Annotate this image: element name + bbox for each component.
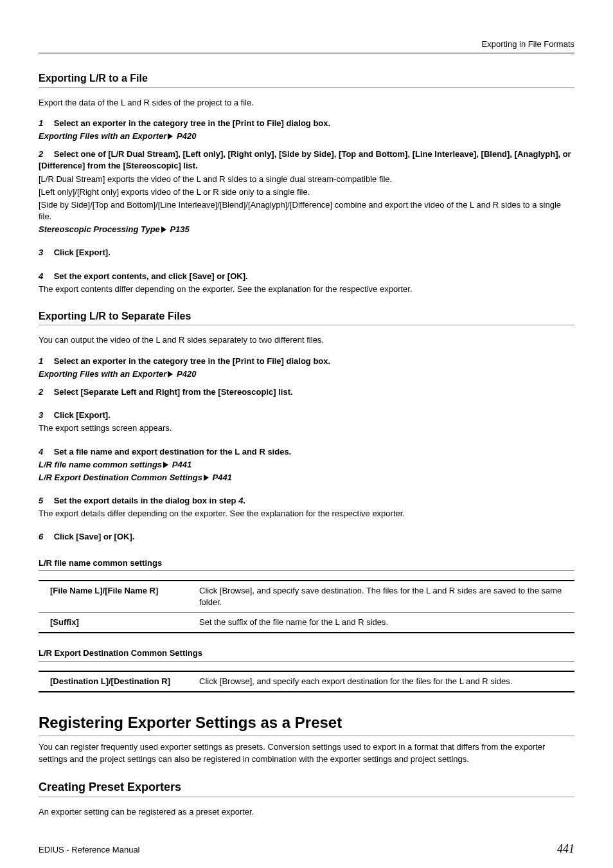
step-number: 4 [39, 271, 51, 282]
arrow-right-icon [168, 133, 173, 140]
page-header-right: Exporting in File Formats [39, 39, 574, 53]
step-2: 2 Select [Separate Left and Right] from … [39, 386, 574, 398]
step-3: 3 Click [Export]. [39, 410, 574, 421]
body-text: The export details differ depending on t… [39, 508, 574, 520]
step-number: 2 [39, 149, 51, 160]
page-number: 441 [557, 841, 574, 857]
step-instruction: Set the export contents, and click [Save… [54, 271, 248, 281]
body-text: The export settings screen appears. [39, 422, 574, 434]
cross-reference[interactable]: Stereoscopic Processing Type P135 [39, 224, 574, 235]
step-number: 1 [39, 118, 51, 129]
arrow-right-icon [168, 371, 173, 377]
xref-label: L/R Export Destination Common Settings [39, 473, 202, 482]
subheading-lr-filename-settings: L/R file name common settings [39, 557, 574, 571]
step-1: 1 Select an exporter in the category tre… [39, 356, 574, 367]
step-number: 2 [39, 386, 51, 398]
step-number: 3 [39, 247, 51, 258]
step-number: 1 [39, 356, 51, 367]
body-text: [Side by Side]/[Top and Bottom]/[Line In… [39, 199, 574, 222]
intro-text: An exporter setting can be registered as… [39, 806, 574, 818]
setting-key: [File Name L]/[File Name R] [39, 581, 193, 613]
table-lr-filename-settings: [File Name L]/[File Name R] Click [Brows… [39, 580, 574, 634]
step-instruction: Set a file name and export destination f… [54, 447, 292, 457]
step-instruction: Click [Export]. [54, 248, 111, 257]
step-4: 4 Set a file name and export destination… [39, 446, 574, 458]
arrow-right-icon [163, 462, 168, 468]
xref-page: P135 [170, 224, 189, 234]
body-text: [L/R Dual Stream] exports the video of t… [39, 174, 574, 185]
step-instruction: Click [Export]. [54, 410, 111, 420]
step-instruction: Select one of [L/R Dual Stream], [Left o… [39, 149, 571, 170]
section-title-creating-preset: Creating Preset Exporters [39, 779, 574, 797]
setting-value: Click [Browse], and specify each export … [193, 671, 574, 692]
cross-reference[interactable]: Exporting Files with an Exporter P420 [39, 368, 574, 380]
cross-reference[interactable]: L/R file name common settings P441 [39, 459, 574, 471]
step-instruction: Select an exporter in the category tree … [54, 118, 331, 128]
xref-label: Stereoscopic Processing Type [39, 224, 160, 234]
table-row: [Suffix] Set the suffix of the file name… [39, 613, 574, 633]
xref-label: L/R file name common settings [39, 460, 162, 469]
cross-reference[interactable]: L/R Export Destination Common Settings P… [39, 472, 574, 484]
page-footer: EDIUS - Reference Manual 441 [39, 841, 574, 857]
table-row: [File Name L]/[File Name R] Click [Brows… [39, 581, 574, 613]
xref-page: P441 [172, 460, 191, 469]
step-instruction: Select an exporter in the category tree … [54, 356, 331, 366]
subheading-lr-export-dest: L/R Export Destination Common Settings [39, 647, 574, 661]
section-title-export-lr-separate: Exporting L/R to Separate Files [39, 309, 574, 325]
setting-key: [Destination L]/[Destination R] [39, 671, 193, 692]
step-3: 3 Click [Export]. [39, 247, 574, 258]
xref-label: Exporting Files with an Exporter [39, 369, 166, 379]
section-title-register-preset: Registering Exporter Settings as a Prese… [39, 712, 574, 737]
body-text: [Left only]/[Right only] exports video o… [39, 186, 574, 198]
xref-page: P420 [177, 131, 196, 141]
xref-page: P420 [177, 369, 196, 379]
step-number: 5 [39, 495, 51, 507]
intro-text: Export the data of the L and R sides of … [39, 97, 574, 109]
table-lr-export-dest: [Destination L]/[Destination R] Click [B… [39, 671, 574, 692]
step-1: 1 Select an exporter in the category tre… [39, 118, 574, 129]
intro-text: You can register frequently used exporte… [39, 741, 574, 764]
step-instruction: Click [Save] or [OK]. [54, 532, 135, 541]
setting-key: [Suffix] [39, 613, 193, 633]
step-instruction: Set the export details in the dialog box… [54, 496, 245, 505]
section-title-export-lr-file: Exporting L/R to a File [39, 71, 574, 87]
setting-value: Set the suffix of the file name for the … [193, 613, 574, 633]
step-5: 5 Set the export details in the dialog b… [39, 495, 574, 507]
arrow-right-icon [204, 475, 209, 481]
step-instruction: Select [Separate Left and Right] from th… [54, 387, 293, 397]
xref-page: P441 [213, 473, 232, 482]
cross-reference[interactable]: Exporting Files with an Exporter P420 [39, 131, 574, 142]
xref-label: Exporting Files with an Exporter [39, 131, 166, 141]
step-number: 6 [39, 531, 51, 543]
table-row: [Destination L]/[Destination R] Click [B… [39, 671, 574, 692]
step-2: 2 Select one of [L/R Dual Stream], [Left… [39, 149, 574, 172]
intro-text: You can output the video of the L and R … [39, 334, 574, 346]
step-number: 4 [39, 446, 51, 458]
body-text: The export contents differ depending on … [39, 284, 574, 295]
setting-value: Click [Browse], and specify save destina… [193, 581, 574, 613]
arrow-right-icon [161, 226, 166, 233]
step-6: 6 Click [Save] or [OK]. [39, 531, 574, 543]
footer-left: EDIUS - Reference Manual [39, 844, 140, 856]
step-number: 3 [39, 410, 51, 421]
step-4: 4 Set the export contents, and click [Sa… [39, 271, 574, 282]
